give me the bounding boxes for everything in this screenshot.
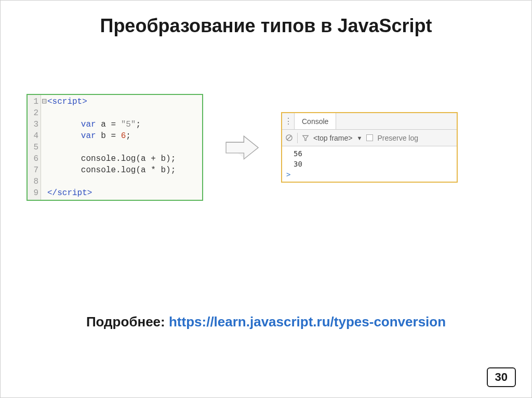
code-token-tag: <script> [47,97,87,106]
svg-line-1 [287,136,291,140]
frame-selector: <top frame> [313,134,353,142]
code-token: a = [96,120,121,129]
line-number: 1 [28,96,38,107]
code-editor-screenshot: 1 2 3 4 5 6 7 8 9 ⊟<script> var a = "5";… [26,94,203,201]
console-prompt: > [286,169,457,180]
slide-title: Преобразование типов в JavaScript [1,15,531,37]
console-output: 56 30 > [282,146,457,182]
line-number: 3 [28,119,38,130]
line-number: 6 [28,153,38,164]
devtools-console-screenshot: ⋮ Console <top frame> ▼ Preserve log 56 … [281,112,458,183]
console-tab-bar: ⋮ Console [282,113,457,130]
clear-console-icon [285,134,293,142]
content-row: 1 2 3 4 5 6 7 8 9 ⊟<script> var a = "5";… [1,94,531,201]
code-content: ⊟<script> var a = "5"; var b = 6; consol… [41,95,202,200]
footer-label: Подробнее: [86,314,169,330]
code-token: ; [126,131,131,141]
arrow-right-icon [224,133,260,162]
code-token-number: 6 [121,131,126,141]
footer-reference: Подробнее: https://learn.javascript.ru/t… [1,314,531,330]
console-line: 56 [294,148,457,159]
code-token: b = [96,131,121,141]
code-token: ; [136,120,141,129]
code-line: console.log(a * b); [81,166,176,175]
page-number: 30 [487,367,516,387]
reference-link[interactable]: https://learn.javascript.ru/types-conver… [169,314,446,330]
toolbar-divider [297,133,298,143]
tab-console: Console [295,113,336,129]
code-line: console.log(a + b); [81,154,176,163]
line-number: 2 [28,107,38,119]
line-number: 8 [28,176,38,187]
drag-handle-icon: ⋮ [282,113,295,129]
code-gutter: 1 2 3 4 5 6 7 8 9 [28,95,41,200]
code-token-keyword: var [81,131,96,141]
preserve-log-checkbox [366,134,373,141]
code-token-tag: </script> [47,188,92,198]
line-number: 7 [28,164,38,176]
console-line: 30 [294,159,457,169]
code-token-string: "5" [121,120,136,129]
line-number: 9 [28,187,38,199]
fold-icon: ⊟ [41,96,47,107]
line-number: 5 [28,142,38,153]
fold-end-icon [41,187,47,199]
dropdown-triangle-icon: ▼ [357,135,363,141]
code-token-keyword: var [81,120,96,129]
line-number: 4 [28,130,38,142]
preserve-log-label: Preserve log [377,134,418,142]
console-toolbar: <top frame> ▼ Preserve log [282,130,457,146]
filter-icon [302,134,309,142]
